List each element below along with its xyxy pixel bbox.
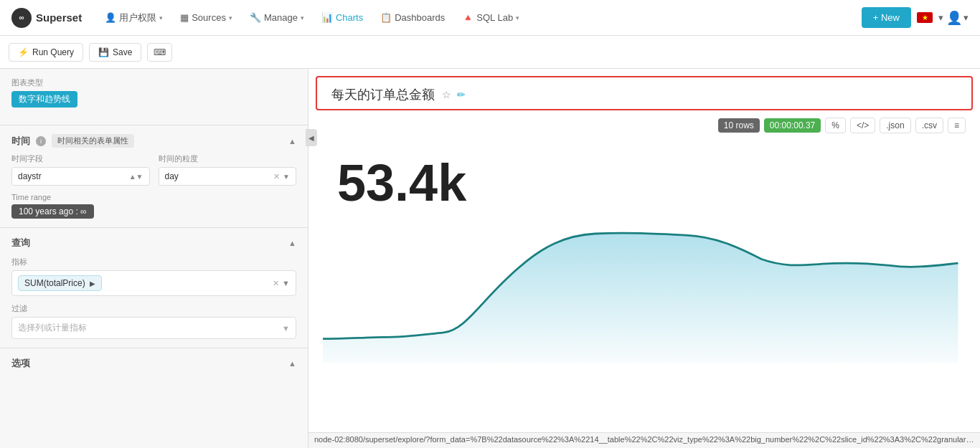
language-chevron[interactable]: ▾ xyxy=(938,12,943,23)
percent-button[interactable]: % xyxy=(825,118,846,133)
clear-granularity-icon[interactable]: ✕ xyxy=(273,172,280,181)
time-section-header[interactable]: 时间 i 时间相关的表单属性 ▲ xyxy=(11,134,296,153)
sources-icon: ▦ xyxy=(180,12,189,23)
run-query-button[interactable]: ⚡ Run Query xyxy=(9,43,83,62)
time-section-title: 时间 xyxy=(11,135,30,148)
sql-lab-icon: 🔺 xyxy=(462,12,473,23)
chart-area-fill xyxy=(323,233,958,363)
nav-item-sources[interactable]: ▦ Sources ▾ xyxy=(171,0,241,36)
trend-chart xyxy=(323,219,966,363)
metric-chevron-icon[interactable]: ▼ xyxy=(282,279,290,287)
metric-label: 指标 xyxy=(11,257,296,267)
query-section: 查询 ▲ 指标 SUM(totalPrice) ▶ ✕ ▼ 过滤 选择列或计量指… xyxy=(0,237,308,339)
metric-arrow-icon: ▶ xyxy=(90,280,95,287)
nav-item-manage[interactable]: 🔧 Manage ▾ xyxy=(241,0,313,36)
query-section-chevron: ▲ xyxy=(288,239,296,247)
options-section-title: 选项 xyxy=(11,357,30,370)
time-section: 时间 i 时间相关的表单属性 ▲ 时间字段 daystr ▲▼ 时间的粒度 xyxy=(0,134,308,219)
time-attr-button[interactable]: 时间相关的表单属性 xyxy=(52,134,134,148)
time-field-select[interactable]: daystr ▲▼ xyxy=(11,167,150,186)
save-label: Save xyxy=(113,47,132,57)
time-range-label: Time range xyxy=(11,193,296,201)
options-section-header[interactable]: 选项 ▲ xyxy=(11,357,296,370)
left-panel: 图表类型 数字和趋势线 时间 i 时间相关的表单属性 ▲ 时间字段 daystr xyxy=(0,69,308,448)
save-icon: 💾 xyxy=(98,47,109,57)
json-button[interactable]: .json xyxy=(880,118,910,133)
nav-label-charts: Charts xyxy=(336,12,363,23)
divider-1 xyxy=(0,125,308,125)
chart-type-section: 图表类型 数字和趋势线 xyxy=(0,77,308,116)
navbar: ∞ Superset 👤 用户权限 ▾ ▦ Sources ▾ 🔧 Manage… xyxy=(0,0,980,36)
code-button[interactable]: </> xyxy=(850,118,875,133)
nav-label-sources: Sources xyxy=(192,12,226,23)
main-layout: 图表类型 数字和趋势线 时间 i 时间相关的表单属性 ▲ 时间字段 daystr xyxy=(0,69,980,448)
manage-icon: 🔧 xyxy=(250,12,261,23)
time-range-group: Time range 100 years ago : ∞ xyxy=(11,193,296,219)
brand[interactable]: ∞ Superset xyxy=(11,8,82,28)
rows-badge: 10 rows xyxy=(718,118,760,133)
metric-value: SUM(totalPrice) xyxy=(24,278,85,288)
edit-icon[interactable]: ✏ xyxy=(457,89,466,100)
time-field-value: daystr xyxy=(18,171,42,181)
filter-chevron-icon: ▼ xyxy=(282,324,290,333)
nav-label-user-perms: 用户权限 xyxy=(119,11,156,24)
time-form-row: 时间字段 daystr ▲▼ 时间的粒度 day ✕ ▼ xyxy=(11,153,296,186)
nav-label-dashboards: Dashboards xyxy=(395,12,445,23)
chart-title-container: 每天的订单总金额 ☆ ✏ xyxy=(316,76,973,110)
chart-area xyxy=(308,219,980,432)
chart-title: 每天的订单总金额 xyxy=(331,86,435,103)
options-section-chevron: ▲ xyxy=(288,359,296,368)
time-field-label: 时间字段 xyxy=(11,153,150,164)
time-range-badge[interactable]: 100 years ago : ∞ xyxy=(11,204,94,219)
metric-tag-sum[interactable]: SUM(totalPrice) ▶ xyxy=(18,275,102,291)
keyboard-button[interactable]: ⌨ xyxy=(147,43,172,62)
csv-button[interactable]: .csv xyxy=(915,118,943,133)
save-button[interactable]: 💾 Save xyxy=(89,43,141,62)
lightning-icon: ⚡ xyxy=(18,47,29,57)
time-section-chevron: ▲ xyxy=(288,137,296,146)
keyboard-icon: ⌨ xyxy=(154,47,166,57)
query-section-header: 查询 ▲ xyxy=(11,237,296,249)
right-panel: 每天的订单总金额 ☆ ✏ 10 rows 00:00:00.37 % </> .… xyxy=(308,69,980,448)
user-menu[interactable]: 👤 xyxy=(946,10,962,26)
user-perms-icon: 👤 xyxy=(105,12,116,23)
nav-item-dashboards[interactable]: 📋 Dashboards xyxy=(372,0,453,36)
new-button[interactable]: + New xyxy=(862,7,911,28)
dashboards-icon: 📋 xyxy=(380,12,392,23)
time-granularity-select[interactable]: day ✕ ▼ xyxy=(159,167,297,186)
chevron-down-icon-sqllab: ▾ xyxy=(516,14,519,22)
chart-type-badge[interactable]: 数字和趋势线 xyxy=(11,91,77,108)
time-granularity-value: day xyxy=(165,171,179,181)
time-info-icon: i xyxy=(36,136,46,146)
flag-symbol: ★ xyxy=(922,14,928,22)
time-granularity-group: 时间的粒度 day ✕ ▼ xyxy=(159,153,297,186)
filter-placeholder: 选择列或计量指标 xyxy=(18,322,87,334)
language-flag[interactable]: ★ xyxy=(917,12,933,23)
run-query-label: Run Query xyxy=(32,47,74,57)
query-section-title: 查询 xyxy=(11,237,30,249)
big-number-display: 53.4k xyxy=(308,139,980,219)
time-field-group: 时间字段 daystr ▲▼ xyxy=(11,153,150,186)
star-icon[interactable]: ☆ xyxy=(442,89,451,100)
brand-icon-symbol: ∞ xyxy=(19,14,24,22)
status-bar: node-02:8080/superset/explore/?form_data… xyxy=(308,432,980,448)
metric-container: SUM(totalPrice) ▶ ✕ ▼ xyxy=(11,270,296,296)
panel-collapse-button[interactable]: ◀ xyxy=(306,129,317,146)
menu-button[interactable]: ≡ xyxy=(948,118,966,133)
time-field-arrows: ▲▼ xyxy=(129,173,143,181)
granularity-arrows: ▼ xyxy=(283,173,290,181)
chevron-down-icon-manage: ▾ xyxy=(301,14,304,22)
chart-type-label: 图表类型 xyxy=(0,77,308,91)
nav-label-sql-lab: SQL Lab xyxy=(476,12,513,23)
user-chevron[interactable]: ▾ xyxy=(963,12,969,23)
brand-icon: ∞ xyxy=(11,8,32,28)
nav-item-charts[interactable]: 📊 Charts xyxy=(313,0,372,36)
divider-2 xyxy=(0,227,308,228)
nav-label-manage: Manage xyxy=(264,12,298,23)
options-section: 选项 ▲ xyxy=(0,357,308,370)
divider-3 xyxy=(0,348,308,348)
nav-item-sql-lab[interactable]: 🔺 SQL Lab ▾ xyxy=(453,0,528,36)
nav-item-user-perms[interactable]: 👤 用户权限 ▾ xyxy=(96,0,171,36)
metric-clear-icon[interactable]: ✕ xyxy=(273,279,279,288)
filter-select[interactable]: 选择列或计量指标 ▼ xyxy=(11,317,296,339)
